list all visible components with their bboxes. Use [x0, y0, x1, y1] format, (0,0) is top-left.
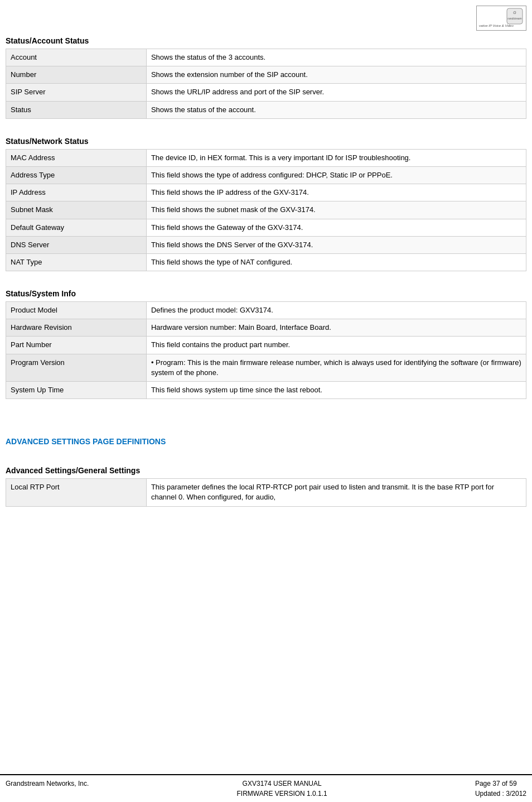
table-row: SIP ServerShows the URL/IP address and p…	[6, 84, 526, 101]
row-label: DNS Server	[6, 236, 147, 253]
row-label: Address Type	[6, 166, 147, 184]
row-label: IP Address	[6, 184, 147, 201]
network-status-table: MAC AddressThe device ID, in HEX format.…	[6, 149, 526, 271]
row-desc: This parameter defines the local RTP-RTC…	[146, 479, 526, 506]
table-row: MAC AddressThe device ID, in HEX format.…	[6, 149, 526, 166]
row-desc: Shows the URL/IP address and port of the…	[146, 84, 526, 101]
table-row: Address TypeThis field shows the type of…	[6, 166, 526, 184]
row-desc: Defines the product model: GXV3174.	[146, 302, 526, 319]
row-desc: This field shows system up time since th…	[146, 382, 526, 399]
svg-text:G: G	[513, 11, 516, 15]
svg-text:randstream: randstream	[507, 17, 521, 20]
row-label: Local RTP Port	[6, 479, 147, 506]
page-wrapper: G randstream Innovative IP Voice & Video…	[0, 0, 532, 542]
account-status-table: AccountShows the status of the 3 account…	[6, 49, 526, 119]
row-desc: This field contains the product part num…	[146, 337, 526, 354]
row-label: SIP Server	[6, 84, 147, 101]
row-desc: This field shows the IP address of the G…	[146, 184, 526, 201]
logo-area: G randstream Innovative IP Voice & Video	[6, 6, 526, 31]
row-label: Default Gateway	[6, 219, 147, 236]
network-status-title: Status/Network Status	[6, 137, 526, 146]
row-label: Program Version	[6, 354, 147, 381]
advanced-general-table: Local RTP PortThis parameter defines the…	[6, 478, 526, 506]
table-row: Subnet MaskThis field shows the subnet m…	[6, 201, 526, 219]
row-desc: • Program: This is the main firmware rel…	[146, 354, 526, 381]
account-status-title: Status/Account Status	[6, 36, 526, 45]
row-label: Hardware Revision	[6, 319, 147, 337]
table-row: DNS ServerThis field shows the DNS Serve…	[6, 236, 526, 253]
row-desc: This field shows the type of address con…	[146, 166, 526, 184]
row-desc: This field shows the type of NAT configu…	[146, 253, 526, 271]
svg-text:Innovative IP Voice & Video: Innovative IP Voice & Video	[479, 24, 514, 27]
logo: G randstream Innovative IP Voice & Video	[476, 6, 526, 31]
row-label: Part Number	[6, 337, 147, 354]
system-info-table: Product ModelDefines the product model: …	[6, 301, 526, 399]
table-row: Local RTP PortThis parameter defines the…	[6, 479, 526, 506]
table-row: IP AddressThis field shows the IP addres…	[6, 184, 526, 201]
row-desc: This field shows the DNS Server of the G…	[146, 236, 526, 253]
table-row: Hardware RevisionHardware version number…	[6, 319, 526, 337]
row-label: Account	[6, 49, 147, 66]
row-desc: Hardware version number: Main Board, Int…	[146, 319, 526, 337]
table-row: System Up TimeThis field shows system up…	[6, 382, 526, 399]
system-info-title: Status/System Info	[6, 289, 526, 298]
row-desc: Shows the status of the 3 accounts.	[146, 49, 526, 66]
footer-left: Grandstream Networks, Inc.	[6, 779, 89, 799]
table-row: Program Version• Program: This is the ma…	[6, 354, 526, 381]
row-desc: Shows the status of the account.	[146, 101, 526, 118]
footer-center: GXV3174 USER MANUAL FIRMWARE VERSION 1.0…	[237, 779, 327, 799]
row-desc: The device ID, in HEX format. This is a …	[146, 149, 526, 166]
table-row: StatusShows the status of the account.	[6, 101, 526, 118]
table-row: Part NumberThis field contains the produ…	[6, 337, 526, 354]
footer: Grandstream Networks, Inc. GXV3174 USER …	[0, 774, 532, 802]
row-label: Subnet Mask	[6, 201, 147, 219]
row-desc: This field shows the subnet mask of the …	[146, 201, 526, 219]
row-label: System Up Time	[6, 382, 147, 399]
row-label: Status	[6, 101, 147, 118]
table-row: NAT TypeThis field shows the type of NAT…	[6, 253, 526, 271]
table-row: Product ModelDefines the product model: …	[6, 302, 526, 319]
row-desc: This field shows the Gateway of the GXV-…	[146, 219, 526, 236]
table-row: Default GatewayThis field shows the Gate…	[6, 219, 526, 236]
advanced-general-title: Advanced Settings/General Settings	[6, 466, 526, 475]
table-row: NumberShows the extension number of the …	[6, 66, 526, 84]
advanced-settings-title: ADVANCED SETTINGS PAGE DEFINITIONS	[6, 437, 526, 446]
row-label: NAT Type	[6, 253, 147, 271]
row-label: MAC Address	[6, 149, 147, 166]
row-label: Product Model	[6, 302, 147, 319]
table-row: AccountShows the status of the 3 account…	[6, 49, 526, 66]
footer-right: Page 37 of 59 Updated : 3/2012	[475, 779, 526, 799]
row-desc: Shows the extension number of the SIP ac…	[146, 66, 526, 84]
row-label: Number	[6, 66, 147, 84]
